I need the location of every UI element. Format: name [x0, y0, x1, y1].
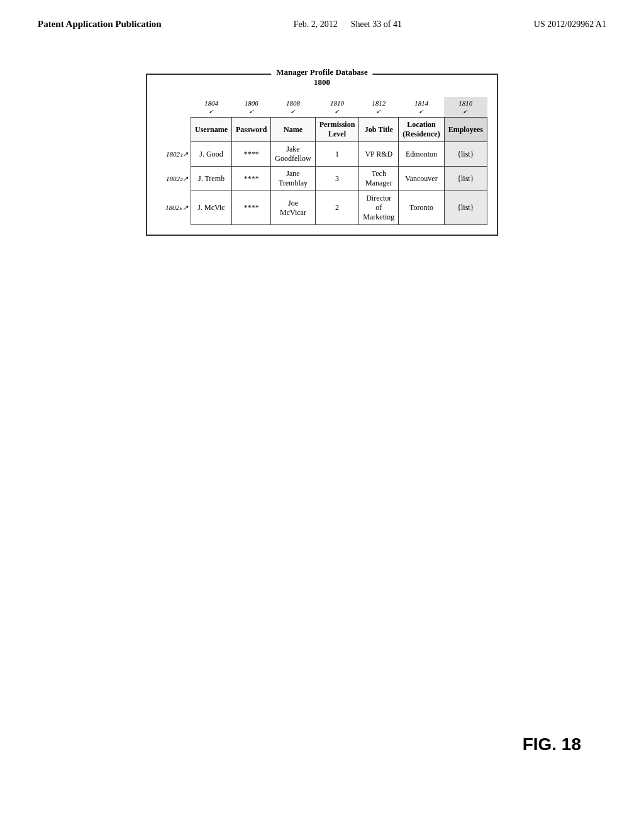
col-header-password: Password	[231, 118, 270, 142]
cell-username-2: J. Tremb	[191, 167, 232, 191]
cell-name-2: JaneTremblay	[271, 167, 315, 191]
ref-row: 1804↙ 1806↙ 1808↙ 1810↙ 1812↙ 1814↙ 1816…	[157, 97, 487, 118]
cell-permission-2: 3	[315, 167, 359, 191]
col-header-jobtitle: Job Title	[359, 118, 399, 142]
diagram-title: Manager Profile Database 1800	[271, 67, 372, 87]
col-header-username: Username	[191, 118, 232, 142]
cell-password-2: ****	[231, 167, 270, 191]
row-label-2: 1802₂↗	[157, 167, 191, 191]
col-header-permission: PermissionLevel	[315, 118, 359, 142]
db-table-wrapper: 1804↙ 1806↙ 1808↙ 1810↙ 1812↙ 1814↙ 1816…	[157, 97, 487, 225]
db-table: 1804↙ 1806↙ 1808↙ 1810↙ 1812↙ 1814↙ 1816…	[157, 97, 487, 225]
table-row: 1802₁↗ J. Good **** JakeGoodfellow 1 VP …	[157, 142, 487, 167]
column-headers: Username Password Name PermissionLevel J…	[157, 118, 487, 142]
cell-employees-k: {list}	[444, 191, 487, 225]
cell-name-1: JakeGoodfellow	[271, 142, 315, 167]
cell-permission-k: 2	[315, 191, 359, 225]
cell-employees-2: {list}	[444, 167, 487, 191]
row-label-k: 1802ₖ↗	[157, 191, 191, 225]
cell-password-1: ****	[231, 142, 270, 167]
header-date-sheet: Feb. 2, 2012 Sheet 33 of 41	[294, 19, 402, 30]
table-row: 1802₂↗ J. Tremb **** JaneTremblay 3 Tech…	[157, 167, 487, 191]
cell-username-1: J. Good	[191, 142, 232, 167]
col-header-name: Name	[271, 118, 315, 142]
page-header: Patent Application Publication Feb. 2, 2…	[0, 0, 644, 36]
header-date: Feb. 2, 2012	[294, 19, 338, 29]
cell-permission-1: 1	[315, 142, 359, 167]
cell-username-k: J. McVic	[191, 191, 232, 225]
cell-jobtitle-k: Director ofMarketing	[359, 191, 399, 225]
header-patent-num: US 2012/029962 A1	[534, 19, 606, 30]
col-header-employees: Employees	[444, 118, 487, 142]
cell-employees-1: {list}	[444, 142, 487, 167]
row-label-1: 1802₁↗	[157, 142, 191, 167]
cell-location-2: Vancouver	[399, 167, 444, 191]
diagram-container: Manager Profile Database 1800 1804↙ 1806…	[146, 74, 498, 236]
header-publication: Patent Application Publication	[38, 19, 162, 30]
cell-location-k: Toronto	[399, 191, 444, 225]
main-content: Manager Profile Database 1800 1804↙ 1806…	[0, 36, 644, 261]
cell-jobtitle-2: TechManager	[359, 167, 399, 191]
cell-name-k: JoeMcVicar	[271, 191, 315, 225]
table-row: 1802ₖ↗ J. McVic **** JoeMcVicar 2 Direct…	[157, 191, 487, 225]
cell-password-k: ****	[231, 191, 270, 225]
cell-location-1: Edmonton	[399, 142, 444, 167]
cell-jobtitle-1: VP R&D	[359, 142, 399, 167]
header-sheet: Sheet 33 of 41	[351, 19, 402, 29]
col-header-location: Location(Residence)	[399, 118, 444, 142]
fig-label: FIG. 18	[523, 734, 581, 755]
